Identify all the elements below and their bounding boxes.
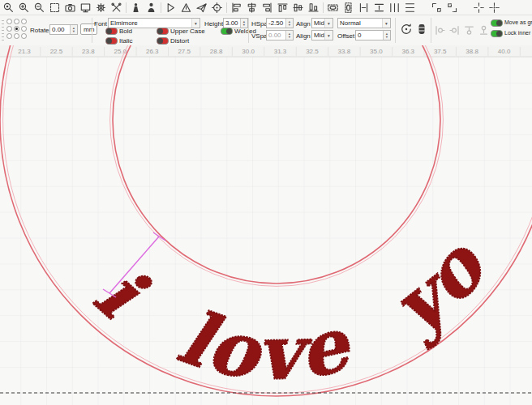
align-bottom-icon[interactable] [306, 1, 321, 15]
anchor-top-right[interactable] [21, 19, 27, 24]
mode-select[interactable]: Normal ▾ [337, 18, 391, 28]
vspace-input[interactable]: 0.00 ▴▾ [266, 30, 294, 40]
panel-separator [395, 18, 396, 43]
fit-vertical-icon[interactable] [341, 1, 356, 15]
ruler-tick-label: 33.8 [338, 48, 351, 55]
ruler-tick-label: 35.0 [370, 48, 383, 55]
nudge-right-icon[interactable] [448, 24, 461, 38]
settings-gear-icon[interactable] [93, 1, 109, 15]
font-label: Font [94, 20, 107, 28]
distribute-vertical-icon[interactable] [402, 1, 418, 15]
nudge-bottom-icon[interactable] [478, 24, 490, 38]
rotate-input[interactable]: 0.00 ▴▾ [49, 24, 78, 35]
chevron-down-icon: ▾ [382, 19, 390, 28]
ruler-tick-label: 36.3 [401, 48, 414, 55]
ruler-tick-label: 23.8 [82, 48, 95, 55]
italic-label: Italic [119, 37, 132, 45]
distribute-horizontal-icon[interactable] [387, 1, 402, 15]
upper-case-label: Upper Case [170, 28, 205, 35]
height-spinner[interactable]: ▴▾ [240, 19, 247, 28]
zoom-previous-icon[interactable] [1, 1, 16, 15]
hspace-input[interactable]: -2.50 ▴▾ [266, 18, 294, 28]
flag-right-icon[interactable] [163, 1, 178, 15]
send-plane-icon[interactable] [194, 1, 209, 15]
fit-horizontal-icon[interactable] [325, 1, 341, 15]
align-middle-horizontal-icon[interactable] [290, 1, 306, 15]
anchor-bottom-left[interactable] [6, 33, 12, 39]
space-vertical-icon[interactable] [371, 1, 387, 15]
anchor-bottom-right[interactable] [21, 33, 27, 39]
anchor-middle-right[interactable] [21, 26, 27, 32]
canvas-area: 21.322.523.825.026.327.528.830.031.332.5… [0, 45, 532, 405]
person-icon[interactable] [144, 1, 159, 15]
anchor-top-center[interactable] [14, 19, 19, 24]
vspace-spinner[interactable]: ▴▾ [285, 31, 293, 40]
bold-label: Bold [119, 28, 132, 35]
ruler-tick-label: 31.3 [274, 48, 287, 55]
panel-separator [92, 18, 92, 43]
align-right-icon[interactable] [260, 1, 275, 15]
distort-label: Distort [170, 37, 189, 45]
panel-separator [431, 18, 431, 43]
upper-case-toggle[interactable] [157, 28, 169, 35]
design-canvas[interactable]: 21.322.523.825.026.327.528.830.031.332.5… [0, 45, 532, 405]
offset-spinner[interactable]: ▴▾ [383, 31, 390, 40]
zoom-out-icon[interactable] [32, 1, 47, 15]
hspace-spinner[interactable]: ▴▾ [285, 19, 293, 28]
zoom-in-icon[interactable] [16, 1, 32, 15]
crosshair-dot-icon[interactable] [487, 1, 502, 15]
nudge-left-icon[interactable] [434, 24, 446, 38]
podium-person-icon[interactable] [128, 1, 144, 15]
anchor-middle-left[interactable] [6, 26, 12, 32]
toolbar-separator [226, 2, 227, 13]
corner-topleft-icon[interactable] [429, 1, 444, 15]
rotate-label: Rotate [30, 27, 49, 34]
height-label: Height [204, 20, 223, 28]
toolbar-grip[interactable] [2, 20, 4, 40]
align-top-icon[interactable] [275, 1, 290, 15]
monitor-icon[interactable] [78, 1, 93, 15]
align-y-select[interactable]: Middle ▾ [311, 30, 333, 40]
offset-input[interactable]: 0 ▴▾ [355, 30, 391, 40]
crosshair-dashed-icon[interactable] [471, 1, 487, 15]
bold-toggle[interactable] [105, 28, 118, 35]
camera-icon[interactable] [62, 1, 78, 15]
align-center-vertical-icon[interactable] [244, 1, 260, 15]
welded-toggle[interactable] [221, 28, 233, 35]
rotate-spinner[interactable]: ▴▾ [70, 25, 77, 34]
marquee-select-icon[interactable] [47, 1, 62, 15]
space-horizontal-icon[interactable] [356, 1, 371, 15]
italic-toggle[interactable] [105, 37, 118, 45]
main-toolbar [0, 0, 532, 15]
move-as-group-toggle[interactable] [491, 19, 503, 27]
move-as-group-label: Move as group [504, 19, 532, 25]
rotate-design-icon[interactable] [399, 22, 414, 38]
chevron-down-icon: ▾ [191, 19, 200, 28]
anchor-bottom-center[interactable] [14, 33, 19, 39]
corner-bottomright-icon[interactable] [444, 1, 460, 15]
lettering-params-panel: Rotate 0.00 ▴▾ mm Font Elmimore ▾ Height… [0, 15, 532, 46]
ruler-tick-label: 30.0 [242, 48, 255, 55]
panel-separator [248, 18, 249, 43]
toolbar-separator [161, 2, 161, 13]
ruler-tick-label: 28.8 [210, 48, 223, 55]
distort-toggle[interactable] [157, 37, 169, 45]
nudge-top-icon[interactable] [463, 24, 475, 38]
thread-spool-icon[interactable] [416, 23, 427, 37]
ruler-tick-label: 38.8 [466, 48, 478, 55]
toolbar-separator [126, 2, 127, 13]
anchor-top-left[interactable] [6, 19, 12, 24]
warning-icon[interactable] [178, 1, 194, 15]
toolbar-separator [323, 2, 324, 13]
anchor-position-selector[interactable] [6, 19, 28, 40]
anchor-center[interactable] [14, 26, 19, 32]
align-left-icon[interactable] [229, 1, 244, 15]
ruler-tick-label: 27.5 [178, 48, 191, 55]
tools-icon[interactable] [109, 1, 124, 15]
lock-inner-objects-label: Lock inner objects [504, 30, 532, 36]
align-x-select[interactable]: Middle ▾ [311, 18, 333, 28]
lock-inner-objects-toggle[interactable] [491, 30, 503, 37]
ruler-tick-label: 22.5 [50, 48, 63, 55]
ruler-tick-label: 32.5 [306, 48, 319, 55]
target-origin-icon[interactable] [209, 1, 225, 15]
